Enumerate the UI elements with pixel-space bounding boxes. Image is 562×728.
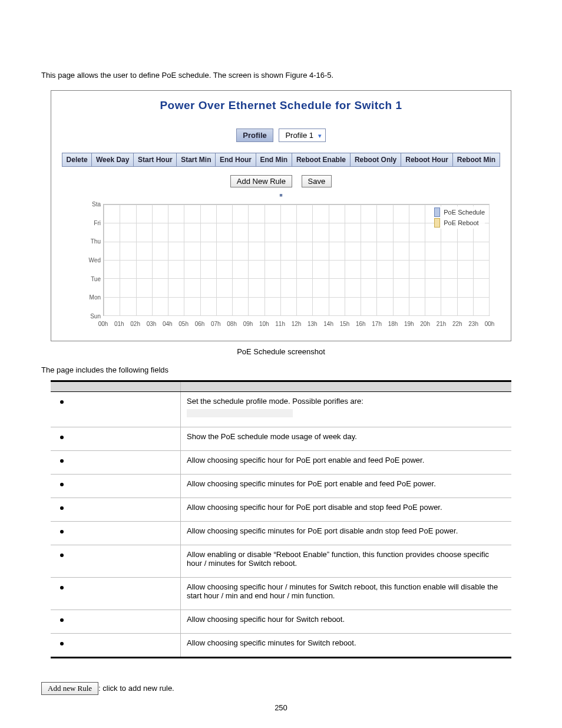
document-page: This page allows the user to define PoE …: [0, 0, 562, 728]
field-description: Allow choosing specific hour for PoE por…: [187, 503, 505, 512]
x-tick: 22h: [452, 321, 462, 327]
bullet-icon: [60, 642, 64, 645]
column-header: Reboot Hour: [401, 153, 453, 167]
table-row: Allow enabling or disable “Reboot Enable…: [51, 545, 511, 578]
bullet-icon: [60, 400, 64, 404]
table-row: Allow choosing specific hour / minutes f…: [51, 578, 511, 610]
page-number: 250: [41, 703, 521, 712]
column-header: Week Day: [92, 153, 134, 167]
fields-intro: The page includes the following fields: [41, 365, 521, 374]
profile-row: Profile Profile 1 ▾: [62, 129, 500, 142]
field-description: Allow choosing specific minutes for PoE …: [187, 526, 505, 535]
x-tick: 10h: [259, 321, 269, 327]
y-tick: Sun: [90, 313, 101, 319]
panel-title: Power Over Ethernet Schedule for Switch …: [62, 99, 500, 112]
table-row: Set the schedule profile mode. Possible …: [51, 392, 511, 427]
x-tick: 16h: [356, 321, 366, 327]
x-tick: 05h: [178, 321, 189, 327]
add-new-rule-button[interactable]: Add New Rule: [230, 175, 292, 187]
bullet-icon: [60, 618, 64, 622]
bullet-icon: [60, 436, 64, 439]
y-tick: Sta: [92, 201, 101, 207]
y-tick: Tue: [91, 275, 101, 282]
y-tick: Mon: [90, 294, 101, 301]
table-row: Allow choosing specific minutes for Swit…: [51, 634, 511, 658]
profile-value: Profile 1: [285, 131, 313, 140]
y-tick: Wed: [89, 257, 101, 263]
x-tick: 09h: [243, 321, 253, 327]
x-tick: 13h: [308, 321, 318, 327]
field-description: Allow choosing specific minutes for Swit…: [187, 638, 505, 647]
table-row: Show the PoE schedule mode usage of week…: [51, 427, 511, 451]
legend-reboot: PoE Reboot: [444, 219, 478, 226]
x-tick: 14h: [323, 321, 333, 327]
x-tick: 00h: [98, 321, 108, 327]
swatch-reboot-icon: [434, 218, 440, 228]
column-header: Reboot Enable: [292, 153, 350, 167]
x-tick: 23h: [468, 321, 478, 327]
footer: Add new Rule: click to add new rule.: [41, 682, 521, 695]
x-tick: 18h: [388, 321, 398, 327]
column-header: End Hour: [216, 153, 256, 167]
x-tick: 17h: [372, 321, 382, 327]
figure-caption: PoE Schedule screenshot: [41, 347, 521, 356]
field-description: Allow choosing specific hour for Switch …: [187, 615, 505, 624]
legend-schedule: PoE Schedule: [444, 209, 485, 216]
column-header: End Min: [256, 153, 292, 167]
y-tick: Fri: [94, 219, 101, 226]
bullet-icon: [60, 530, 64, 533]
x-tick: 08h: [227, 321, 237, 327]
marker-icon: ■: [62, 192, 500, 198]
field-description: Allow choosing specific hour for PoE por…: [187, 456, 505, 465]
bullet-icon: [60, 483, 64, 486]
table-row: Allow choosing specific minutes for PoE …: [51, 522, 511, 545]
schedule-chart: StaFriThuWedTueMonSun 00h01h02h03h04h05h…: [85, 200, 495, 330]
column-header: Reboot Only: [351, 153, 401, 167]
x-tick: 01h: [114, 321, 124, 327]
bullet-icon: [60, 459, 64, 463]
table-row: Allow choosing specific hour for Switch …: [51, 610, 511, 634]
bullet-icon: [60, 554, 64, 557]
x-tick: 04h: [163, 321, 173, 327]
profile-label: Profile: [236, 129, 273, 142]
bullet-icon: [60, 586, 64, 589]
rules-table: DeleteWeek DayStart HourStart MinEnd Hou…: [62, 153, 500, 167]
x-tick: 12h: [292, 321, 302, 327]
profile-select[interactable]: Profile 1 ▾: [279, 129, 325, 142]
field-description: Allow choosing specific minutes for PoE …: [187, 479, 505, 488]
y-tick: Thu: [91, 238, 101, 245]
field-description: Show the PoE schedule mode usage of week…: [187, 432, 505, 441]
x-tick: 00h: [485, 321, 495, 327]
table-row: Allow choosing specific hour for PoE por…: [51, 498, 511, 522]
blank-placeholder: [187, 409, 293, 417]
intro-text: This page allows the user to define PoE …: [41, 71, 521, 80]
x-tick: 03h: [147, 321, 157, 327]
field-description: Allow enabling or disable “Reboot Enable…: [187, 550, 505, 568]
x-tick: 06h: [195, 321, 205, 327]
add-new-rule-sample-button[interactable]: Add new Rule: [41, 682, 98, 695]
save-button[interactable]: Save: [302, 175, 332, 187]
chevron-down-icon: ▾: [318, 132, 322, 139]
table-row: Allow choosing specific minutes for PoE …: [51, 475, 511, 498]
x-tick: 20h: [420, 321, 430, 327]
column-header: Delete: [62, 153, 92, 167]
bullet-icon: [60, 506, 64, 510]
x-tick: 21h: [437, 321, 447, 327]
x-tick: 19h: [404, 321, 414, 327]
swatch-schedule-icon: [434, 207, 440, 217]
x-tick: 02h: [130, 321, 140, 327]
button-row: Add New Rule Save: [62, 175, 500, 187]
fields-table: Set the schedule profile mode. Possible …: [51, 380, 511, 658]
footer-text: : click to add new rule.: [98, 684, 174, 693]
field-description: Set the schedule profile mode. Possible …: [187, 397, 505, 406]
x-tick: 11h: [275, 321, 285, 327]
field-description: Allow choosing specific hour / minutes f…: [187, 582, 505, 600]
column-header: Start Hour: [134, 153, 177, 167]
table-row: Allow choosing specific hour for PoE por…: [51, 451, 511, 475]
x-tick: 07h: [211, 321, 221, 327]
chart-legend: PoE Schedule PoE Reboot: [434, 206, 485, 229]
column-header: Start Min: [177, 153, 216, 167]
column-header: Reboot Min: [452, 153, 500, 167]
x-tick: 15h: [340, 321, 350, 327]
screenshot-panel: Power Over Ethernet Schedule for Switch …: [51, 90, 511, 341]
